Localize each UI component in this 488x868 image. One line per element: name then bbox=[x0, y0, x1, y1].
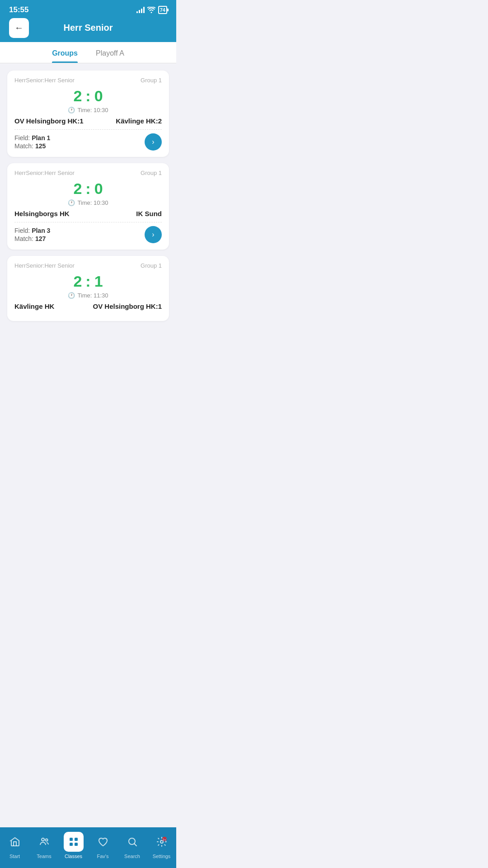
clock-icon: 🕐 bbox=[68, 199, 75, 206]
clock-icon: 🕐 bbox=[68, 107, 75, 113]
status-icons: 74 bbox=[136, 6, 167, 14]
card-header: HerrSenior:Herr Senior Group 1 bbox=[14, 170, 162, 176]
score-separator: : bbox=[85, 180, 90, 198]
team-home: OV Helsingborg HK:1 bbox=[14, 117, 84, 125]
score-away: 0 bbox=[94, 180, 103, 198]
teams-row: Kävlinge HK OV Helsingborg HK:1 bbox=[14, 302, 162, 310]
clock-icon: 🕐 bbox=[68, 292, 75, 299]
match-group: Group 1 bbox=[141, 262, 162, 269]
match-subtitle: HerrSenior:Herr Senior bbox=[14, 262, 75, 269]
match-card: HerrSenior:Herr Senior Group 1 2 : 1 🕐 T… bbox=[7, 256, 169, 321]
score-separator: : bbox=[85, 87, 90, 105]
wifi-icon bbox=[147, 7, 155, 13]
tabs-bar: Groups Playoff A bbox=[0, 42, 176, 63]
score-home: 2 bbox=[73, 180, 82, 198]
tab-groups[interactable]: Groups bbox=[52, 49, 78, 63]
detail-button[interactable]: › bbox=[145, 226, 162, 243]
detail-button[interactable]: › bbox=[145, 133, 162, 151]
tab-playoff[interactable]: Playoff A bbox=[96, 49, 124, 63]
field-info: Field: Plan 3 bbox=[14, 227, 50, 234]
team-home: Helsingborgs HK bbox=[14, 210, 70, 217]
card-footer: Field: Plan 3 Match: 127 › bbox=[14, 226, 162, 243]
back-button[interactable]: ← bbox=[9, 18, 29, 38]
status-time: 15:55 bbox=[9, 5, 28, 14]
field-match-info: Field: Plan 1 Match: 125 bbox=[14, 134, 50, 150]
header: ← Herr Senior bbox=[0, 18, 176, 42]
card-divider bbox=[14, 129, 162, 130]
card-footer: Field: Plan 1 Match: 125 › bbox=[14, 133, 162, 151]
card-header: HerrSenior:Herr Senior Group 1 bbox=[14, 262, 162, 269]
match-time: Time: 10:30 bbox=[77, 199, 108, 206]
match-subtitle: HerrSenior:Herr Senior bbox=[14, 170, 75, 176]
status-bar: 15:55 74 bbox=[0, 0, 176, 18]
team-away: Kävlinge HK:2 bbox=[116, 117, 162, 125]
score-away: 1 bbox=[94, 273, 103, 290]
team-away: OV Helsingborg HK:1 bbox=[93, 302, 162, 310]
team-away: IK Sund bbox=[136, 210, 162, 217]
signal-icon bbox=[136, 7, 145, 13]
score-home: 2 bbox=[73, 273, 82, 290]
field-info: Field: Plan 1 bbox=[14, 134, 50, 142]
match-group: Group 1 bbox=[141, 170, 162, 176]
match-card: HerrSenior:Herr Senior Group 1 2 : 0 🕐 T… bbox=[7, 163, 169, 250]
score-home: 2 bbox=[73, 87, 82, 105]
score-row: 2 : 1 bbox=[14, 273, 162, 290]
score-row: 2 : 0 bbox=[14, 87, 162, 105]
time-row: 🕐 Time: 10:30 bbox=[14, 107, 162, 113]
teams-row: Helsingborgs HK IK Sund bbox=[14, 210, 162, 217]
match-info: Match: 125 bbox=[14, 142, 50, 150]
time-row: 🕐 Time: 10:30 bbox=[14, 199, 162, 206]
match-time: Time: 11:30 bbox=[77, 292, 108, 299]
match-subtitle: HerrSenior:Herr Senior bbox=[14, 77, 75, 84]
field-match-info: Field: Plan 3 Match: 127 bbox=[14, 227, 50, 242]
match-list: HerrSenior:Herr Senior Group 1 2 : 0 🕐 T… bbox=[0, 63, 176, 366]
card-divider bbox=[14, 222, 162, 222]
team-home: Kävlinge HK bbox=[14, 302, 54, 310]
match-card: HerrSenior:Herr Senior Group 1 2 : 0 🕐 T… bbox=[7, 71, 169, 157]
page-title: Herr Senior bbox=[64, 23, 113, 33]
battery-icon: 74 bbox=[158, 6, 167, 14]
match-group: Group 1 bbox=[141, 77, 162, 84]
score-away: 0 bbox=[94, 87, 103, 105]
teams-row: OV Helsingborg HK:1 Kävlinge HK:2 bbox=[14, 117, 162, 125]
time-row: 🕐 Time: 11:30 bbox=[14, 292, 162, 299]
card-header: HerrSenior:Herr Senior Group 1 bbox=[14, 77, 162, 84]
match-time: Time: 10:30 bbox=[77, 107, 108, 113]
match-info: Match: 127 bbox=[14, 235, 50, 242]
score-row: 2 : 0 bbox=[14, 180, 162, 198]
score-separator: : bbox=[85, 273, 90, 290]
